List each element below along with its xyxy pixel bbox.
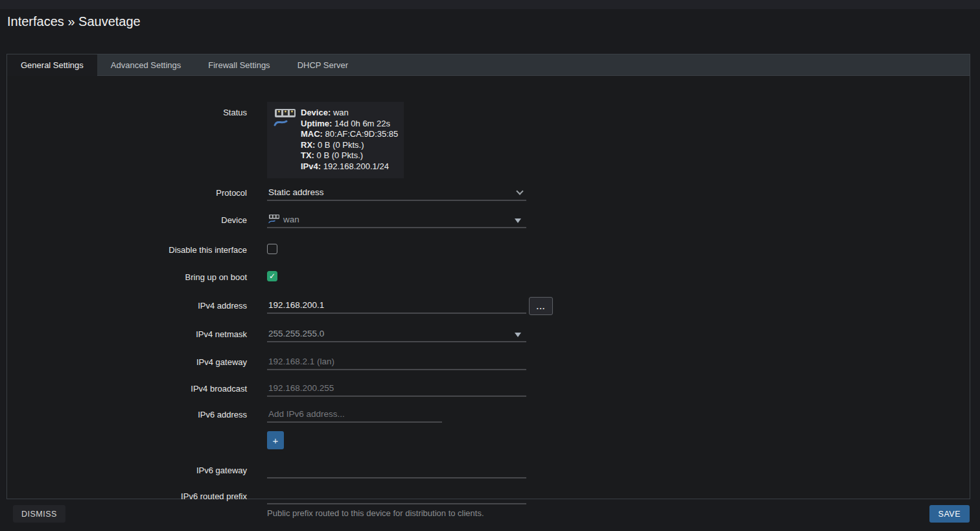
tab-dhcp-server[interactable]: DHCP Server [284, 54, 362, 76]
ipv6-gateway-input[interactable] [267, 464, 526, 478]
ipv6-address-label: IPv6 address [7, 408, 247, 419]
ipv4-netmask-label: IPv4 netmask [7, 327, 247, 339]
ipv6-address-row: IPv6 address + [7, 408, 970, 449]
save-button[interactable]: SAVE [929, 505, 970, 523]
tab-general-settings[interactable]: General Settings [7, 54, 97, 76]
interface-edit-dialog: General Settings Advanced Settings Firew… [6, 54, 970, 499]
status-rx-key: RX: [301, 140, 315, 150]
status-label: Status [7, 102, 247, 117]
status-details: Device: wan Uptime: 14d 0h 6m 22s MAC: 8… [301, 108, 398, 172]
chevron-down-icon [516, 187, 523, 195]
ipv6-routed-prefix-input[interactable] [267, 490, 526, 504]
background-page-title-fragment: Interfaces [107, 0, 181, 3]
ipv6-gateway-label: IPv6 gateway [7, 464, 247, 475]
ipv4-address-row: IPv4 address ... [7, 299, 970, 314]
status-uptime-value: 14d 0h 6m 22s [334, 119, 390, 128]
ipv6-address-input[interactable] [267, 408, 442, 423]
ipv4-gateway-label: IPv4 gateway [7, 355, 247, 367]
ipv6-gateway-row: IPv6 gateway [7, 464, 970, 478]
status-rx-value: 0 B (0 Pkts.) [318, 140, 364, 150]
protocol-select[interactable]: Static address [267, 186, 526, 201]
ipv4-gateway-input[interactable] [267, 355, 526, 370]
ipv6-routed-prefix-row: IPv6 routed prefix Public prefix routed … [7, 490, 970, 518]
status-ipv4-key: IPv4: [301, 161, 321, 171]
device-value: wan [283, 215, 299, 224]
ipv4-broadcast-row: IPv4 broadcast [7, 382, 970, 397]
ipv4-address-more-button[interactable]: ... [529, 297, 553, 315]
tab-advanced-settings[interactable]: Advanced Settings [97, 54, 194, 76]
device-select[interactable]: wan [267, 213, 526, 228]
status-box: Device: wan Uptime: 14d 0h 6m 22s MAC: 8… [267, 102, 404, 178]
dismiss-button[interactable]: DISMISS [13, 505, 65, 523]
status-device-value: wan [333, 108, 349, 117]
protocol-value: Static address [268, 187, 324, 197]
disable-interface-checkbox[interactable] [267, 244, 277, 254]
ipv4-netmask-value: 255.255.255.0 [268, 329, 324, 338]
disable-interface-row: Disable this interface [7, 243, 970, 255]
bring-up-on-boot-row: Bring up on boot ✓ [7, 270, 970, 282]
device-label: Device [7, 213, 247, 225]
device-row: Device wan [7, 213, 970, 228]
ethernet-device-icon [274, 108, 297, 130]
disable-interface-label: Disable this interface [7, 243, 247, 255]
bring-up-on-boot-label: Bring up on boot [7, 270, 247, 282]
ethernet-device-icon [268, 214, 280, 226]
status-mac-key: MAC: [301, 129, 323, 139]
ipv4-gateway-row: IPv4 gateway [7, 355, 970, 370]
tab-firewall-settings[interactable]: Firewall Settings [194, 54, 283, 76]
ipv4-broadcast-label: IPv4 broadcast [7, 382, 247, 394]
general-settings-panel: Status [7, 76, 970, 499]
protocol-label: Protocol [7, 186, 247, 198]
bring-up-on-boot-checkbox[interactable]: ✓ [267, 271, 277, 281]
status-tx-value: 0 B (0 Pkts.) [317, 150, 364, 160]
status-tx-key: TX: [301, 150, 314, 160]
status-device-key: Device: [301, 108, 331, 117]
ipv6-address-add-button[interactable]: + [267, 431, 284, 449]
page-title: Interfaces » Sauvetage [7, 14, 141, 29]
ipv6-routed-prefix-help: Public prefix routed to this device for … [267, 508, 526, 518]
status-row: Status [7, 102, 970, 178]
ipv6-routed-prefix-label: IPv6 routed prefix [7, 490, 247, 501]
ipv4-broadcast-input[interactable] [267, 382, 526, 397]
ipv4-address-label: IPv4 address [7, 299, 247, 311]
ipv4-address-input[interactable] [267, 299, 526, 314]
ipv4-netmask-select[interactable]: 255.255.255.0 [267, 327, 526, 342]
checkmark-icon: ✓ [269, 272, 275, 280]
status-mac-value: 80:AF:CA:9D:35:85 [325, 129, 399, 139]
status-uptime-key: Uptime: [301, 119, 332, 128]
dropdown-triangle-icon [515, 333, 521, 337]
dropdown-triangle-icon [515, 218, 521, 223]
ipv4-netmask-row: IPv4 netmask 255.255.255.0 [7, 327, 970, 342]
status-ipv4-value: 192.168.200.1/24 [323, 161, 389, 171]
background-page-strip: Interfaces [0, 0, 980, 9]
protocol-row: Protocol Static address [7, 186, 970, 201]
tab-bar: General Settings Advanced Settings Firew… [7, 54, 970, 76]
